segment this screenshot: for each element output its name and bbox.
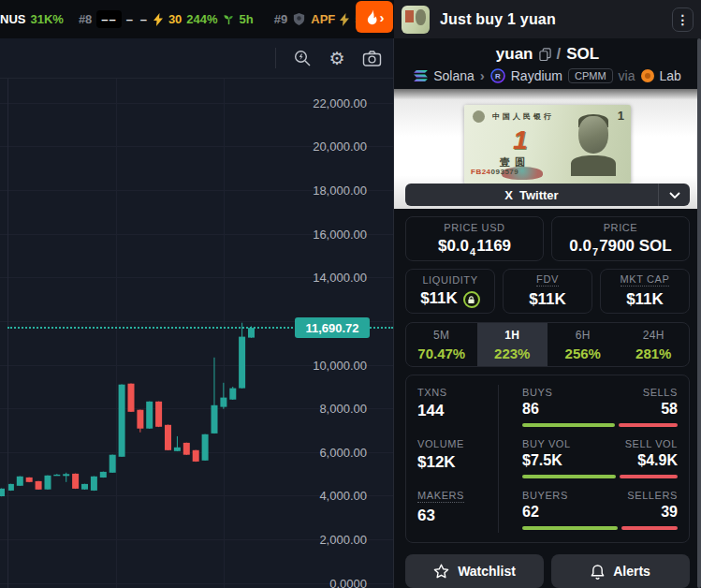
twitter-label: Twitter [519,188,559,202]
volume-value: $12K [417,453,498,472]
banknote-corner-denom: 1 [618,109,624,123]
candlestick-chart[interactable]: 11,690.72 22,000.0020,000.0018,000.0016,… [0,79,393,588]
token-thumbnail[interactable] [402,6,430,34]
buyers-value: 62 [522,504,539,521]
yuan-banknote-image: 中国人民银行 1 1 壹 圆 FB24093579 [464,105,631,184]
fdv-value: $11K [529,290,566,309]
portrait-graphic [569,114,618,176]
hidden-token-pill: –– [96,10,121,28]
token-badge-icon [292,12,306,26]
watchlist-button[interactable]: Watchlist [405,554,544,588]
liquidity-value: $11K [420,289,458,308]
lab-platform-icon [641,69,654,82]
y-axis-label: 6,000.00 [319,445,367,459]
pool-type-badge: CPMM [568,68,613,83]
token-name: NUS [0,12,25,26]
buy-vol-value: $7.5K [522,452,562,469]
trending-ticker-bar: NUS 31K% #8 –– – – 30 244% 5h #9 APF 530… [0,0,394,38]
tf-change: 70.47% [417,345,465,361]
screenshot-camera-icon[interactable] [361,48,382,68]
x-logo-icon: X [504,188,513,202]
price-sol-label: PRICE [604,222,638,233]
token-info-panel: yuan / SOL Solana › R Raydium CPMM via L… [394,38,701,588]
buyers-bar [522,526,618,530]
token-title: Just buy 1 yuan [440,11,556,28]
sells-bar [619,423,678,427]
price-usd-subscript: 4 [470,247,475,257]
price-usd-digits: 1169 [476,237,511,256]
makers-label[interactable]: MAKERS [417,490,464,503]
mktcap-label[interactable]: MKT CAP [621,273,670,287]
txn-stats-box: TXNS 144 BUYSSELLS 8658 VOLUME $12K BUY … [405,375,690,543]
more-menu-button[interactable]: ⋮ [672,7,694,32]
price-sol-subscript: 7 [592,247,598,257]
price-usd-box: PRICE USD $0.041169 [405,216,544,261]
price-usd-label: PRICE USD [444,222,504,233]
quick-search-icon[interactable] [292,48,313,68]
token-age: 5h [240,12,254,26]
buys-value: 86 [522,401,539,418]
copy-icon[interactable] [539,48,551,61]
trending-token-1[interactable]: NUS 31K% [0,12,64,26]
fdv-box: FDV $11K [503,269,592,314]
timeframe-24h[interactable]: 24H 281% [619,323,690,366]
token-banner: 中国人民银行 1 1 壹 圆 FB24093579 X Twitter [394,89,701,209]
buys-label: BUYS [522,387,552,398]
twitter-link-button[interactable]: X Twitter [405,184,690,206]
locked-liquidity-icon[interactable] [463,291,480,308]
chart-toolbar: ⚙ [0,38,393,79]
banknote-serial: FB24093579 [471,168,518,176]
timeframe-6h[interactable]: 6H 256% [548,323,619,366]
timeframe-5m[interactable]: 5M 70.47% [406,323,477,366]
tf-label: 5M [433,329,449,342]
token-name: APF [311,12,335,26]
boosts-button[interactable]: › [356,1,393,33]
pair-header: yuan / SOL Solana › R Raydium CPMM via L… [394,38,701,89]
dex-name[interactable]: Raydium [511,68,562,83]
panel-scrollbar[interactable] [697,38,701,588]
price-sol-box: PRICE 0.077900 SOL [551,216,690,261]
sell-vol-value: $4.9K [637,452,678,469]
volume-label: VOLUME [417,438,498,449]
sells-label: SELLS [643,387,678,398]
hidden-token-dashes: – – [126,12,149,26]
token-rank: #9 [274,12,287,26]
kebab-icon: ⋮ [677,12,690,27]
y-axis-label: 22,000.00 [313,96,367,110]
alerts-button[interactable]: Alerts [551,554,690,588]
links-expand-button[interactable] [658,184,690,206]
panel-actions: Watchlist Alerts [405,554,690,588]
emblem-graphic [473,110,485,123]
serial-prefix: FB24 [471,168,491,176]
token-change: 244% [186,12,217,26]
stats-divider [498,385,499,533]
platform-name[interactable]: Lab [660,68,681,83]
base-token: yuan [496,45,533,64]
buyers-label: BUYERS [522,490,568,501]
buys-sells-bar [522,423,678,427]
buy-sell-vol-bar [522,475,678,478]
timeframe-1h[interactable]: 1H 223% [477,323,548,366]
boost-bolt-icon [153,13,164,26]
toolbar-divider [275,48,276,68]
y-axis-label: 14,000.00 [313,271,367,285]
chain-name[interactable]: Solana [433,68,475,83]
y-axis-label: 2,000.00 [319,532,367,546]
chart-left-divider [7,79,8,588]
watchlist-label: Watchlist [458,564,516,579]
bell-icon [591,564,605,580]
txns-row: TXNS 144 BUYSSELLS 8658 [417,385,678,436]
makers-row: MAKERS 63 BUYERSSELLERS 6239 [417,488,678,537]
boost-bolt-icon [340,13,350,26]
raydium-icon: R [490,68,505,83]
y-axis-label: 8,000.00 [319,402,367,416]
y-axis-label: 20,000.00 [313,140,367,154]
buy-vol-bar [522,475,616,478]
serial-digits: 093579 [491,168,519,176]
sells-value: 58 [661,401,678,418]
chart-settings-icon[interactable]: ⚙ [327,48,347,68]
fdv-label[interactable]: FDV [536,273,559,287]
flame-icon [365,9,379,25]
trending-token-2[interactable]: #8 –– – – 30 244% 5h [79,10,254,28]
makers-value: 63 [417,507,498,525]
